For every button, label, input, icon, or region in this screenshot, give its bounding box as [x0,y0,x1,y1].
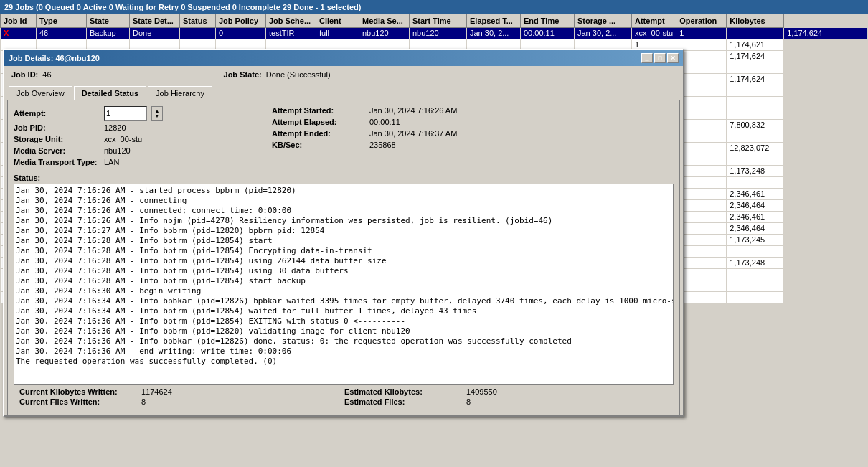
status-line-9: Jan 30, 2024 7:16:28 AM - Info bptrm (pi… [16,276,671,286]
form-area: Attempt: ▲ ▼ Job PID: 12820 Sto [14,106,674,169]
attempt-started-row: Attempt Started: Jan 30, 2024 7:16:26 AM [272,106,674,115]
kbsec-row: KB/Sec: 235868 [272,141,674,149]
form-right: Attempt Started: Jan 30, 2024 7:16:26 AM… [272,106,674,169]
col-header-endtime[interactable]: End Time [521,14,575,27]
status-line-17: The requested operation was successfully… [16,357,671,367]
cell-storage: xcx_00-stu [632,27,676,39]
status-line-0: Jan 30, 2024 7:16:26 AM - started proces… [16,186,671,196]
status-text-area[interactable]: Jan 30, 2024 7:16:26 AM - started proces… [14,184,674,385]
job-pid-row: Job PID: 12820 [14,123,243,132]
job-pid-value: 12820 [104,123,126,132]
cell-kilobytes: 1,174,624 [784,27,868,39]
col-header-elapsed[interactable]: Elapsed T... [467,14,521,27]
col-header-storage[interactable]: Storage ... [575,14,632,27]
cell-state: Done [130,27,180,39]
attempt-elapsed-label: Attempt Elapsed: [272,118,365,126]
job-state-label: Job State: [224,70,262,79]
col-header-mediaserver[interactable]: Media Se... [359,14,410,27]
col-header-jobid[interactable]: Job Id [1,14,37,27]
attempt-elapsed-value: 00:00:11 [369,118,400,126]
col-header-schedule[interactable]: Job Sche... [266,14,316,27]
attempt-ended-value: Jan 30, 2024 7:16:37 AM [369,129,457,138]
cell-elapsed: 00:00:11 [521,27,575,39]
cell-endtime: Jan 30, 2... [575,27,632,39]
col-header-type[interactable]: Type [37,14,87,27]
tab-job-hierarchy[interactable]: Job Hierarchy [148,86,212,100]
minimize-button[interactable]: _ [641,53,653,63]
media-server-row: Media Server: nbu120 [14,146,243,155]
kbsec-value: 235868 [369,141,396,149]
col-header-status[interactable]: Status [180,14,216,27]
attempt-started-value: Jan 30, 2024 7:16:26 AM [369,106,457,115]
col-header-kilobytes[interactable]: Kilobytes [727,14,784,27]
job-info-header: Job ID: 46 Job State: Done (Successful) [4,66,683,83]
title-text: 29 Jobs (0 Queued 0 Active 0 Waiting for… [4,3,361,11]
title-bar: 29 Jobs (0 Queued 0 Active 0 Waiting for… [0,0,868,14]
cell-operation [727,27,784,39]
attempt-spinner[interactable]: ▲ ▼ [151,106,163,121]
cell-statedet [180,27,216,39]
job-state-item: Job State: Done (Successful) [224,70,331,79]
status-line-2: Jan 30, 2024 7:16:26 AM - connected; con… [16,206,671,216]
job-id-label: Job ID: [11,70,38,79]
cell-status: 0 [216,27,266,39]
col-header-policy[interactable]: Job Policy [216,14,266,27]
cell-schedule: full [316,27,359,39]
status-label: Status: [14,174,674,182]
tab-detailed-status[interactable]: Detailed Status [74,86,146,100]
col-header-starttime[interactable]: Start Time [410,14,467,27]
estimated-kb-row: Estimated Kilobytes: 1409550 [344,387,668,396]
estimated-kb-label: Estimated Kilobytes: [344,387,459,396]
form-left: Attempt: ▲ ▼ Job PID: 12820 Sto [14,106,243,169]
footer-grid: Current Kilobytes Written: 1174624 Estim… [19,387,668,406]
job-pid-label: Job PID: [14,123,100,132]
tab-bar: Job Overview Detailed Status Job Hierarc… [4,86,683,100]
attempt-input[interactable] [104,106,147,121]
status-line-16: Jan 30, 2024 7:16:36 AM - end writing; w… [16,346,671,357]
col-header-operation[interactable]: Operation [676,14,727,27]
status-line-11: Jan 30, 2024 7:16:34 AM - Info bpbkar (p… [16,296,671,306]
col-header-state[interactable]: State [87,14,130,27]
cell-starttime: Jan 30, 2... [467,27,521,39]
current-files-value: 8 [141,397,146,406]
dialog-title-bar: Job Details: 46@nbu120 _ □ ✕ [4,50,683,66]
current-kb-label: Current Kilobytes Written: [19,387,134,396]
tab-job-overview[interactable]: Job Overview [9,86,72,100]
storage-unit-label: Storage Unit: [14,135,100,143]
current-kb-row: Current Kilobytes Written: 1174624 [19,387,343,396]
current-kb-value: 1174624 [141,387,172,396]
attempt-ended-row: Attempt Ended: Jan 30, 2024 7:16:37 AM [272,129,674,138]
cell-attempt: 1 [676,27,727,39]
col-header-client[interactable]: Client [316,14,359,27]
media-server-value: nbu120 [104,146,131,155]
cell-jobid: 46 [37,27,87,39]
attempt-elapsed-row: Attempt Elapsed: 00:00:11 [272,118,674,126]
dialog-title-text: Job Details: 46@nbu120 [9,54,100,62]
col-header-statedet[interactable]: State Det... [130,14,180,27]
status-line-1: Jan 30, 2024 7:16:26 AM - connecting [16,196,671,206]
status-line-8: Jan 30, 2024 7:16:28 AM - Info bptrm (pi… [16,266,671,276]
attempt-started-label: Attempt Started: [272,106,365,115]
col-header-attempt[interactable]: Attempt [632,14,676,27]
estimated-files-label: Estimated Files: [344,397,459,406]
attempt-row: Attempt: ▲ ▼ [14,106,243,121]
close-button[interactable]: ✕ [667,53,679,63]
status-section: Status: Jan 30, 2024 7:16:26 AM - starte… [14,174,674,385]
status-line-10: Jan 30, 2024 7:16:30 AM - begin writing [16,286,671,296]
tab-content: Attempt: ▲ ▼ Job PID: 12820 Sto [7,100,680,415]
maximize-button[interactable]: □ [654,53,666,63]
media-transport-value: LAN [104,158,119,166]
storage-unit-row: Storage Unit: xcx_00-stu [14,135,243,143]
status-line-14: Jan 30, 2024 7:16:36 AM - Info bpbrm (pi… [16,326,671,336]
attempt-label: Attempt: [14,109,100,118]
cell-client: nbu120 [359,27,410,39]
status-line-13: Jan 30, 2024 7:16:36 AM - Info bptrm (pi… [16,316,671,326]
table-row[interactable]: X 46 Backup Done 0 testTIR full nbu120 n… [1,27,868,39]
status-line-4: Jan 30, 2024 7:16:27 AM - Info bpbrm (pi… [16,226,671,236]
status-line-15: Jan 30, 2024 7:16:36 AM - Info bpbkar (p… [16,336,671,346]
estimated-kb-value: 1409550 [466,387,497,396]
attempt-ended-label: Attempt Ended: [272,129,365,138]
footer-info: Current Kilobytes Written: 1174624 Estim… [14,385,674,409]
estimated-files-row: Estimated Files: 8 [344,397,668,406]
status-line-12: Jan 30, 2024 7:16:34 AM - Info bptrm (pi… [16,306,671,316]
